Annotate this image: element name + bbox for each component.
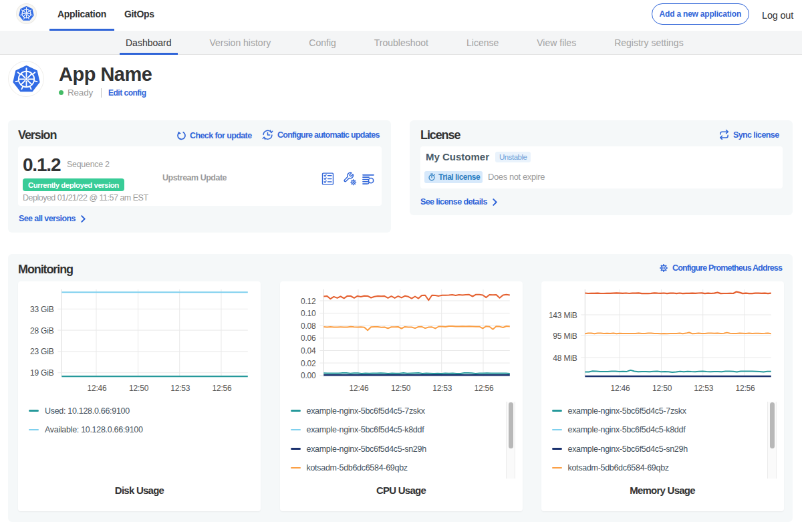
svg-text:0.08: 0.08 (300, 321, 315, 331)
svg-text:12:56: 12:56 (474, 384, 494, 393)
svg-text:12:53: 12:53 (432, 384, 452, 393)
svg-text:0.00: 0.00 (300, 371, 315, 380)
svg-text:0.02: 0.02 (300, 359, 315, 368)
svg-text:33 GiB: 33 GiB (30, 305, 54, 314)
svg-text:23 GiB: 23 GiB (30, 347, 54, 356)
svg-text:12:46: 12:46 (610, 384, 630, 393)
svg-text:143 MiB: 143 MiB (548, 311, 577, 320)
svg-text:12:56: 12:56 (212, 384, 232, 393)
svg-text:48 MiB: 48 MiB (553, 354, 577, 363)
svg-text:12:53: 12:53 (170, 384, 190, 393)
svg-text:12:50: 12:50 (652, 384, 672, 393)
svg-text:28 GiB: 28 GiB (30, 326, 54, 336)
svg-text:0.12: 0.12 (300, 297, 315, 306)
svg-text:12:53: 12:53 (694, 384, 714, 393)
svg-text:0.04: 0.04 (300, 346, 315, 356)
svg-text:0.10: 0.10 (300, 309, 315, 318)
svg-text:12:50: 12:50 (129, 384, 149, 393)
svg-text:95 MiB: 95 MiB (553, 331, 577, 341)
svg-text:12:46: 12:46 (87, 384, 107, 393)
svg-text:12:56: 12:56 (735, 384, 755, 393)
svg-text:12:46: 12:46 (349, 384, 369, 393)
svg-text:0.06: 0.06 (300, 334, 315, 343)
svg-text:19 GiB: 19 GiB (30, 368, 54, 378)
svg-text:12:50: 12:50 (391, 384, 411, 393)
